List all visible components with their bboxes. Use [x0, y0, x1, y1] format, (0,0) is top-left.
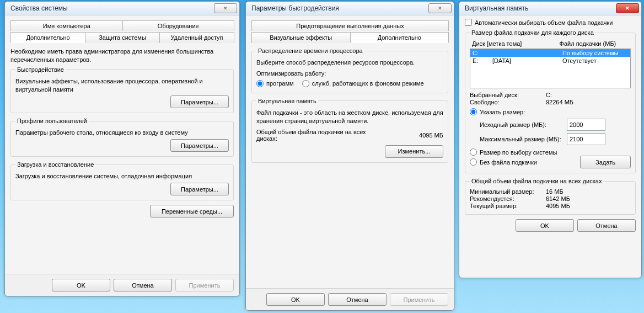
ok-button[interactable]: OK — [516, 219, 574, 232]
cell-pf: По выбору системы — [560, 49, 630, 57]
col-paging: Файл подкачки (МБ) — [557, 39, 631, 48]
total-paging-value: 4095 МБ — [419, 132, 443, 139]
radio-input[interactable] — [256, 80, 264, 87]
list-row[interactable]: E: [DATA] Отсутствует — [470, 57, 630, 65]
apply-button[interactable]: Применить — [390, 293, 448, 306]
content: Имя компьютера Оборудование Дополнительн… — [5, 15, 239, 274]
processor-scheduling-group: Распределение времени процессора Выберит… — [251, 47, 448, 93]
group-desc: Визуальные эффекты, использование процес… — [15, 77, 229, 94]
tab-advanced[interactable]: Дополнительно — [350, 32, 449, 43]
per-drive-group: Размер файла подкачки для каждого диска … — [465, 29, 636, 173]
group-title: Загрузка и восстановление — [15, 161, 95, 168]
virtual-memory-window: Виртуальная память ✕ Автоматически выбир… — [459, 1, 642, 278]
radio-input[interactable] — [470, 158, 477, 166]
free-space-label: Свободно: — [470, 99, 541, 105]
drive-listbox[interactable]: C: По выбору системы E: [DATA] Отсутству… — [470, 49, 631, 88]
tab-advanced[interactable]: Дополнительно — [10, 32, 85, 43]
performance-settings-button[interactable]: Параметры... — [170, 96, 229, 108]
close-icon[interactable]: ✕ — [616, 3, 639, 13]
ok-button[interactable]: OK — [266, 293, 325, 306]
env-vars-button[interactable]: Переменные среды... — [150, 205, 234, 217]
radio-input[interactable] — [470, 108, 477, 115]
titlebar: Виртуальная память ✕ — [459, 2, 641, 15]
group-title: Общий объем файла подкачки на всех диска… — [470, 178, 603, 184]
rec-value: 6142 МБ — [546, 195, 570, 202]
list-header: Диск [метка тома] Файл подкачки (МБ) — [470, 39, 631, 49]
set-button[interactable]: Задать — [580, 156, 631, 168]
no-paging-radio[interactable]: Без файла подкачки — [470, 158, 537, 166]
close-icon[interactable]: ✕ — [428, 3, 452, 13]
titlebar: Параметры быстродействия ✕ — [246, 2, 454, 15]
window-title: Свойства системы — [10, 4, 212, 12]
system-properties-window: Свойства системы ✕ Имя компьютера Оборуд… — [4, 1, 240, 296]
radio-label: Указать размер: — [480, 109, 525, 115]
totals-group: Общий объем файла подкачки на всех диска… — [465, 178, 636, 215]
radio-input[interactable] — [302, 80, 309, 87]
cancel-button[interactable]: Отмена — [328, 293, 387, 306]
max-size-input[interactable] — [567, 133, 605, 145]
radio-input[interactable] — [470, 148, 477, 156]
profiles-settings-button[interactable]: Параметры... — [170, 139, 229, 152]
tabs: Имя компьютера Оборудование Дополнительн… — [10, 19, 234, 43]
cell-pf: Отсутствует — [560, 57, 630, 65]
cancel-button[interactable]: Отмена — [577, 219, 636, 232]
virtual-memory-group: Виртуальная память Файл подкачки - это о… — [251, 98, 448, 163]
tab-system-protection[interactable]: Защита системы — [85, 32, 160, 43]
intro-text: Необходимо иметь права администратора дл… — [10, 47, 234, 64]
rec-label: Рекомендуется: — [470, 195, 541, 202]
close-icon[interactable]: ✕ — [214, 3, 237, 13]
cancel-button[interactable]: Отмена — [114, 279, 172, 291]
apply-button[interactable]: Применить — [175, 279, 234, 291]
radio-label: Без файла подкачки — [480, 159, 537, 166]
tab-computer-name[interactable]: Имя компьютера — [10, 20, 123, 31]
group-desc: Выберите способ распределения ресурсов п… — [256, 59, 443, 67]
performance-group: Быстродействие Визуальные эффекты, испол… — [10, 66, 234, 114]
free-space-value: 92264 МБ — [546, 99, 573, 105]
group-title: Распределение времени процессора — [256, 47, 364, 54]
tab-hardware[interactable]: Оборудование — [122, 20, 235, 31]
cur-value: 4095 МБ — [546, 203, 570, 209]
cell-label: [DATA] — [490, 57, 560, 65]
checkbox-input[interactable] — [465, 19, 472, 26]
dialog-buttons: OK Отмена Применить — [5, 274, 239, 296]
tabs: Предотвращение выполнения данных Визуаль… — [251, 19, 448, 43]
max-size-label: Максимальный размер (МБ): — [480, 136, 562, 142]
optimize-services-radio[interactable]: служб, работающих в фоновом режиме — [302, 80, 424, 87]
ok-button[interactable]: OK — [52, 279, 110, 291]
window-title: Виртуальная память — [465, 4, 614, 12]
content: Автоматически выбирать объем файла подка… — [459, 15, 641, 278]
tab-remote[interactable]: Удаленный доступ — [159, 32, 234, 43]
performance-options-window: Параметры быстродействия ✕ Предотвращени… — [245, 1, 454, 311]
dialog-buttons: OK Отмена Применить — [246, 288, 454, 310]
group-title: Профили пользователей — [15, 118, 89, 124]
radio-label: программ — [266, 80, 294, 87]
startup-settings-button[interactable]: Параметры... — [170, 183, 229, 195]
change-button[interactable]: Изменить... — [385, 145, 443, 158]
col-drive: Диск [метка тома] — [470, 39, 557, 48]
total-paging-label: Общий объем файла подкачки на всех диска… — [256, 129, 378, 142]
optimize-programs-radio[interactable]: программ — [256, 80, 294, 87]
system-managed-radio[interactable]: Размер по выбору системы — [470, 148, 624, 156]
min-value: 16 МБ — [546, 188, 564, 195]
cell-drive: E: — [470, 57, 490, 65]
custom-size-radio[interactable]: Указать размер: — [470, 108, 525, 115]
list-row[interactable]: C: По выбору системы — [470, 49, 630, 57]
auto-manage-checkbox[interactable]: Автоматически выбирать объем файла подка… — [465, 19, 613, 26]
cur-label: Текущий размер: — [470, 203, 541, 209]
min-label: Минимальный размер: — [470, 188, 541, 195]
optimize-label: Оптимизировать работу: — [256, 70, 443, 77]
initial-size-label: Исходный размер (МБ): — [480, 121, 562, 128]
group-desc: Параметры рабочего стола, относящиеся ко… — [15, 129, 229, 137]
radio-label: служб, работающих в фоновом режиме — [312, 80, 424, 87]
tab-dep[interactable]: Предотвращение выполнения данных — [251, 20, 449, 31]
selected-drive-value: C: — [546, 92, 552, 98]
initial-size-input[interactable] — [567, 119, 605, 131]
content: Предотвращение выполнения данных Визуаль… — [246, 15, 454, 288]
cell-label — [490, 49, 560, 57]
tab-visual-effects[interactable]: Визуальные эффекты — [251, 32, 351, 43]
group-desc: Файл подкачки - это область на жестком д… — [256, 109, 443, 125]
window-title: Параметры быстродействия — [251, 4, 426, 12]
group-title: Размер файла подкачки для каждого диска — [470, 29, 595, 36]
selected-drive-label: Выбранный диск: — [470, 92, 541, 98]
group-title: Быстродействие — [15, 66, 66, 73]
